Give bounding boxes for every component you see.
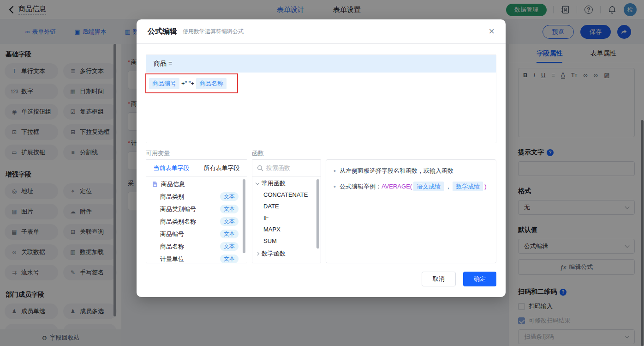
function-item[interactable]: SUM (252, 235, 321, 247)
function-item[interactable]: DATE (252, 200, 321, 212)
bullet-icon: • (334, 182, 336, 192)
variable-row[interactable]: 计量单位文本 (146, 253, 247, 263)
field-chip[interactable]: 商品编号 (149, 78, 179, 89)
function-search[interactable] (252, 160, 321, 176)
formula-help-panel: •从左侧面板选择字段名和函数，或输入函数 • 公式编辑举例：AVERAGE(语文… (326, 159, 496, 263)
help-tip-2: 公式编辑举例：AVERAGE(语文成绩，数学成绩) (340, 182, 487, 192)
type-badge: 文本 (220, 255, 239, 263)
variable-row[interactable]: 商品名称文本 (146, 240, 247, 253)
caret-down-icon (256, 181, 259, 185)
close-icon[interactable]: × (489, 26, 495, 36)
variables-root-node[interactable]: 商品信息 (146, 176, 247, 190)
field-chip[interactable]: 商品名称 (196, 78, 227, 89)
formula-highlight-box: 商品编号 +" "+ 商品名称 (145, 73, 238, 93)
function-group-common[interactable]: 常用函数 (252, 176, 321, 189)
formula-input-area[interactable]: 商品 = 商品编号 +" "+ 商品名称 (146, 55, 496, 143)
function-search-input[interactable] (266, 164, 310, 171)
function-group-text[interactable]: 文本函数 (252, 259, 321, 263)
example-field-chip: 数学成绩 (453, 182, 483, 191)
example-field-chip: 语文成绩 (413, 182, 444, 191)
variable-row[interactable]: 商品类别文本 (146, 190, 247, 203)
dialog-subtitle: 使用数学运算符编辑公式 (183, 28, 244, 36)
search-icon (257, 165, 263, 171)
type-badge: 文本 (220, 192, 239, 201)
dialog-title: 公式编辑 (148, 27, 177, 36)
function-item[interactable]: MAPX (252, 224, 321, 235)
type-badge: 文本 (220, 205, 239, 213)
formula-operator: +" "+ (181, 80, 194, 87)
formula-editor-dialog: 公式编辑 使用数学运算符编辑公式 × 商品 = 商品编号 +" "+ 商品名称 … (137, 19, 506, 297)
caret-right-icon (256, 252, 259, 255)
type-badge: 文本 (220, 230, 239, 238)
tab-current-form-fields[interactable]: 当前表单字段 (146, 160, 197, 176)
bullet-icon: • (334, 166, 336, 176)
type-badge: 文本 (220, 242, 239, 251)
formula-target: 商品 = (146, 55, 496, 73)
function-group-math[interactable]: 数学函数 (252, 247, 321, 259)
example-function-name: AVERAGE( (382, 183, 412, 190)
cancel-button[interactable]: 取消 (422, 272, 456, 286)
functions-label: 函数 (252, 149, 264, 158)
help-tip-1: 从左侧面板选择字段名和函数，或输入函数 (340, 166, 453, 176)
function-item[interactable]: CONCATENATE (252, 189, 321, 200)
variables-panel: 当前表单字段 所有表单字段 商品信息 商品类别文本 商品类别编号文本 商品类别名… (146, 159, 247, 263)
functions-panel: 常用函数 CONCATENATE DATE IF MAPX SUM 数学函数 文… (252, 159, 321, 263)
variable-row[interactable]: 商品类别名称文本 (146, 215, 247, 228)
variable-row[interactable]: 商品编号文本 (146, 228, 247, 240)
variable-row[interactable]: 商品类别编号文本 (146, 203, 247, 215)
variables-scrollbar[interactable] (243, 179, 245, 253)
function-item[interactable]: IF (252, 212, 321, 224)
tab-all-form-fields[interactable]: 所有表单字段 (197, 160, 247, 176)
document-icon (152, 181, 158, 188)
variables-label: 可用变量 (146, 149, 170, 158)
type-badge: 文本 (220, 217, 239, 226)
functions-scrollbar[interactable] (316, 179, 319, 249)
confirm-button[interactable]: 确定 (463, 272, 496, 286)
